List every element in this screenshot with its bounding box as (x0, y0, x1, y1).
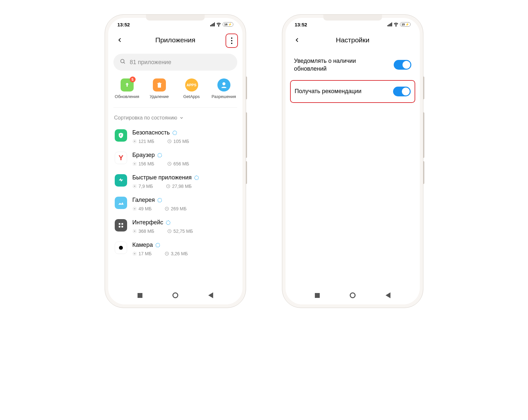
storage-icon (132, 161, 137, 166)
nav-bar (108, 286, 242, 304)
app-data-size: 3,26 МБ (165, 251, 188, 256)
svg-point-1 (121, 59, 124, 63)
storage-icon (132, 206, 137, 211)
nav-bar (286, 286, 420, 304)
storage-icon (132, 229, 137, 233)
app-icon: Y (115, 152, 127, 164)
nav-recent-button[interactable] (138, 293, 142, 298)
charging-icon: ⚡ (228, 23, 232, 26)
svg-point-8 (134, 186, 135, 187)
battery-indicator: 15⚡ (400, 22, 411, 27)
status-time: 13:52 (117, 22, 130, 27)
quick-action-permissions[interactable]: Разрешения (209, 78, 239, 99)
app-row[interactable]: Быстрые приложения7,9 МБ27,98 МБ (113, 170, 237, 193)
app-data-size: 656 МБ (167, 161, 189, 166)
clock-icon (167, 139, 172, 144)
chevron-down-icon (179, 116, 184, 120)
quick-action-updates[interactable]: 5 Обновления (112, 78, 142, 99)
status-bar: 13:52 15⚡ (286, 18, 420, 31)
svg-line-2 (124, 62, 125, 63)
update-icon: 5 (121, 78, 134, 91)
app-name: Галерея (132, 197, 155, 203)
app-name: Камера (132, 242, 153, 248)
back-button[interactable] (291, 34, 303, 46)
quick-action-uninstall[interactable]: Удаление (144, 78, 174, 99)
toggle-switch[interactable] (394, 60, 411, 70)
svg-point-18 (134, 253, 135, 254)
loading-icon (194, 175, 199, 180)
app-name: Интерфейс (132, 219, 163, 226)
back-button[interactable] (114, 34, 126, 46)
app-row[interactable]: YБраузер156 МБ656 МБ (113, 148, 237, 170)
more-vertical-icon (231, 37, 232, 44)
app-row[interactable]: Безопасность121 МБ105 МБ (113, 125, 237, 148)
status-icons: 15⚡ (388, 22, 411, 27)
svg-rect-15 (122, 226, 123, 228)
svg-rect-13 (122, 223, 123, 225)
setting-row-recommendations-highlighted[interactable]: Получать рекомендации (290, 80, 415, 103)
signal-icon (210, 22, 215, 26)
storage-icon (132, 184, 137, 189)
nav-back-button[interactable] (386, 292, 390, 298)
status-time: 13:52 (295, 22, 307, 27)
screen-settings: 13:52 15⚡ Настройки Уведомлять о наличии… (286, 18, 420, 304)
setting-row-notify-updates[interactable]: Уведомлять о наличии обновлений (286, 50, 420, 79)
nav-home-button[interactable] (172, 292, 178, 298)
svg-point-6 (134, 163, 135, 164)
app-row[interactable]: Интерфейс368 МБ52,75 МБ (113, 215, 237, 238)
app-row[interactable]: Камера17 МБ3,26 МБ (113, 238, 237, 260)
app-icon (115, 129, 127, 142)
update-badge: 5 (130, 77, 136, 82)
page-title: Настройки (286, 36, 420, 44)
nav-home-button[interactable] (350, 292, 356, 298)
svg-rect-12 (119, 223, 120, 225)
svg-point-16 (134, 231, 135, 232)
clock-icon (167, 229, 172, 233)
quick-action-getapps[interactable]: APPS GetApps (177, 78, 207, 99)
app-storage-size: 156 МБ (132, 161, 154, 166)
loading-icon (166, 220, 170, 225)
getapps-icon: APPS (185, 78, 198, 91)
divider (113, 107, 237, 108)
app-name: Безопасность (132, 129, 170, 136)
app-name: Браузер (132, 152, 155, 159)
search-input[interactable]: 81 приложение (113, 54, 237, 71)
svg-point-3 (222, 82, 225, 85)
phone-side-button (423, 77, 424, 99)
loading-icon (157, 198, 162, 203)
more-menu-button[interactable] (226, 34, 238, 48)
storage-icon (132, 139, 137, 144)
phone-side-button (246, 112, 247, 158)
charging-icon: ⚡ (405, 23, 409, 26)
app-storage-size: 121 МБ (132, 139, 154, 144)
toggle-switch[interactable] (393, 87, 411, 96)
quick-actions-row: 5 Обновления Удаление APPS GetApps Разре… (108, 71, 242, 105)
search-icon (120, 59, 126, 66)
screen-apps: 13:52 16⚡ Приложения (108, 18, 242, 304)
app-storage-size: 49 МБ (132, 206, 152, 211)
clock-icon (166, 184, 170, 189)
app-name: Быстрые приложения (132, 174, 192, 181)
app-icon (115, 219, 127, 231)
app-storage-size: 17 МБ (132, 251, 152, 256)
app-icon (115, 174, 127, 187)
loading-icon (155, 243, 160, 247)
app-icon (115, 197, 127, 209)
svg-point-10 (134, 208, 135, 209)
page-title: Приложения (108, 36, 242, 44)
app-row[interactable]: Галерея49 МБ269 МБ (113, 193, 237, 215)
svg-point-20 (396, 26, 396, 26)
header: Приложения (108, 31, 242, 49)
phone-frame-right: 13:52 15⚡ Настройки Уведомлять о наличии… (282, 14, 423, 308)
svg-rect-14 (119, 226, 120, 228)
wifi-icon (393, 22, 399, 27)
clock-icon (167, 161, 172, 166)
nav-recent-button[interactable] (315, 293, 320, 298)
wifi-icon (216, 22, 221, 27)
loading-icon (172, 131, 177, 135)
app-icon (115, 242, 127, 254)
nav-back-button[interactable] (208, 292, 213, 298)
settings-list: Уведомлять о наличии обновлений Получать… (286, 49, 420, 105)
app-data-size: 27,98 МБ (166, 184, 192, 189)
sort-dropdown[interactable]: Сортировка по состоянию (108, 110, 242, 125)
